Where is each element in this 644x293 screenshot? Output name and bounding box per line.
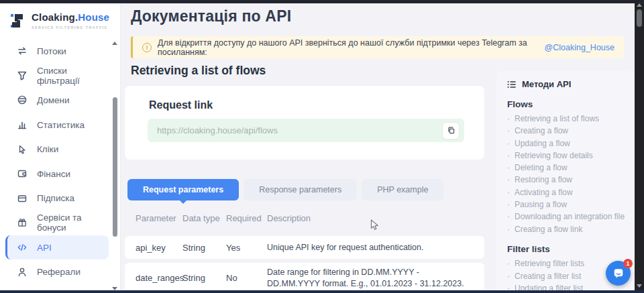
bottom-window-strip	[0, 290, 644, 293]
sidebar-scroll-up-arrow[interactable]	[112, 42, 117, 45]
col-header-description: Description	[267, 213, 474, 224]
method-link[interactable]: ·Retrieving filter lists	[507, 259, 623, 269]
chat-unread-badge: 1	[623, 259, 633, 268]
request-link-title: Request link	[149, 99, 213, 111]
gift-icon	[17, 217, 28, 228]
request-link-card: Request link https://cloaking.house/api/…	[125, 86, 484, 160]
copy-button[interactable]	[443, 123, 459, 139]
page-scrollbar	[635, 0, 644, 293]
bullet: ·	[507, 200, 510, 210]
sidebar-item-label: Домени	[37, 95, 70, 105]
cursor-icon	[17, 144, 28, 155]
method-link[interactable]: ·Creating a flow link	[507, 225, 623, 235]
page-title: Документація по API	[131, 7, 291, 25]
method-link[interactable]: ·Restoring a flow	[507, 176, 623, 185]
method-link-label: Retrieving a list of flows	[515, 115, 599, 124]
group-heading-filter-lists: Filter lists	[507, 244, 623, 254]
method-link-label: Downloading an integration file	[515, 213, 625, 222]
bullet: ·	[507, 176, 510, 185]
method-link-label: Pausing a flow	[515, 200, 567, 210]
filter-icon	[17, 70, 28, 81]
method-link[interactable]: ·Updating a flow	[507, 139, 623, 149]
page-scroll-up-arrow[interactable]	[637, 3, 642, 7]
tab-response-parameters[interactable]: Response parameters	[244, 179, 357, 200]
telegram-link[interactable]: @Cloaking_House	[545, 43, 614, 52]
copy-icon	[447, 126, 455, 135]
page-scrollbar-thumb[interactable]	[637, 9, 642, 27]
request-url-value[interactable]: https://cloaking.house/api/flows	[157, 125, 443, 135]
method-link[interactable]: ·Deleting a flow	[507, 164, 623, 173]
banner-text: Для відкриття доступу до нашого API звер…	[158, 38, 535, 57]
active-tab-pointer	[180, 200, 186, 204]
sidebar-item-label: API	[37, 243, 52, 253]
method-link-label: Retrieving filter lists	[515, 259, 584, 269]
method-link[interactable]: ·Retrieving a list of flows	[507, 115, 623, 124]
tab-bar: Request parameters Response parameters P…	[127, 179, 443, 200]
top-window-strip	[0, 0, 644, 3]
cell-description: Unique API key for request authenticatio…	[267, 242, 474, 253]
bullet: ·	[507, 225, 510, 235]
bar-chart-icon	[17, 119, 28, 130]
method-link-label: Retrieving flow details	[515, 152, 593, 161]
list-icon	[507, 80, 517, 89]
table-header-row: Parameter Data type Required Description	[125, 205, 484, 232]
sidebar-item-filter-lists[interactable]: Списки фільтрації	[5, 64, 109, 89]
bullet: ·	[507, 152, 510, 161]
sidebar-item-label: Потоки	[37, 46, 66, 56]
bullet: ·	[507, 188, 510, 198]
sidebar-item-domains[interactable]: Домени	[5, 88, 109, 113]
page-scroll-down-arrow[interactable]	[637, 284, 642, 288]
sync-icon	[17, 46, 28, 56]
method-link[interactable]: ·Activating a flow	[507, 188, 623, 198]
cell-parameter: api_key	[136, 243, 182, 253]
info-icon: !	[142, 43, 152, 52]
sidebar-item-statistics[interactable]: Статистика	[5, 113, 109, 137]
method-link[interactable]: ·Downloading an integration file	[507, 213, 623, 222]
method-link[interactable]: ·Pausing a flow	[507, 200, 623, 210]
tab-php-example[interactable]: PHP example	[362, 179, 443, 200]
table-row: date_ranges String No Date range for fil…	[125, 263, 484, 293]
method-link[interactable]: ·Retrieving flow details	[507, 152, 623, 161]
sidebar-item-label: Списки фільтрації	[37, 66, 109, 86]
sidebar-item-subscription[interactable]: Підписка	[5, 186, 109, 211]
cell-parameter: date_ranges	[136, 273, 182, 283]
method-link-label: Updating a flow	[515, 139, 570, 149]
sidebar-item-label: Сервіси та бонуси	[37, 213, 109, 233]
cloaking-house-logo-icon	[9, 12, 26, 30]
sidebar-item-referrals[interactable]: Реферали	[5, 259, 109, 284]
sidebar-scrollbar-thumb[interactable]	[113, 97, 117, 237]
brand-name: Cloaking.House	[32, 12, 109, 23]
method-link-label: Restoring a flow	[515, 176, 572, 185]
bullet: ·	[507, 127, 510, 136]
sidebar-item-finance[interactable]: Фінанси	[5, 162, 109, 186]
brand-logo[interactable]: Cloaking.House SERVICE FILTERING TRAFFIC	[0, 3, 120, 30]
code-icon	[17, 242, 28, 253]
api-docs-page: Cloaking.House SERVICE FILTERING TRAFFIC…	[0, 0, 644, 293]
chat-bubble-icon	[612, 267, 625, 280]
cell-data-type: String	[182, 243, 226, 253]
card-icon	[17, 193, 28, 204]
sidebar-menu: Потоки Списки фільтрації Домени Статисти…	[0, 39, 111, 284]
brand-tagline: SERVICE FILTERING TRAFFIC	[32, 25, 109, 30]
tab-label: Response parameters	[259, 185, 341, 194]
person-icon	[17, 267, 28, 278]
sidebar-item-label: Фінанси	[37, 169, 70, 179]
group-heading-flows: Flows	[507, 99, 623, 109]
method-link-label: Deleting a flow	[515, 164, 568, 173]
sidebar-item-flows[interactable]: Потоки	[5, 39, 109, 64]
sidebar: Cloaking.House SERVICE FILTERING TRAFFIC…	[0, 3, 121, 290]
bullet: ·	[507, 213, 510, 222]
method-link[interactable]: ·Creating a flow	[507, 127, 623, 136]
sidebar-item-label: Статистика	[37, 120, 85, 130]
methods-panel-title: Методи API	[522, 79, 571, 89]
table-row: api_key String Yes Unique API key for re…	[125, 236, 484, 259]
tab-request-parameters[interactable]: Request parameters	[127, 179, 239, 200]
bullet: ·	[507, 272, 510, 282]
col-header-parameter: Parameter	[136, 213, 182, 224]
sidebar-item-services[interactable]: Сервіси та бонуси	[5, 211, 109, 235]
sidebar-item-clicks[interactable]: Кліки	[5, 137, 109, 162]
bullet: ·	[507, 115, 510, 124]
sidebar-item-label: Підписка	[37, 193, 74, 203]
method-link-label: Creating a flow link	[515, 225, 582, 235]
sidebar-item-api[interactable]: API	[5, 235, 109, 260]
